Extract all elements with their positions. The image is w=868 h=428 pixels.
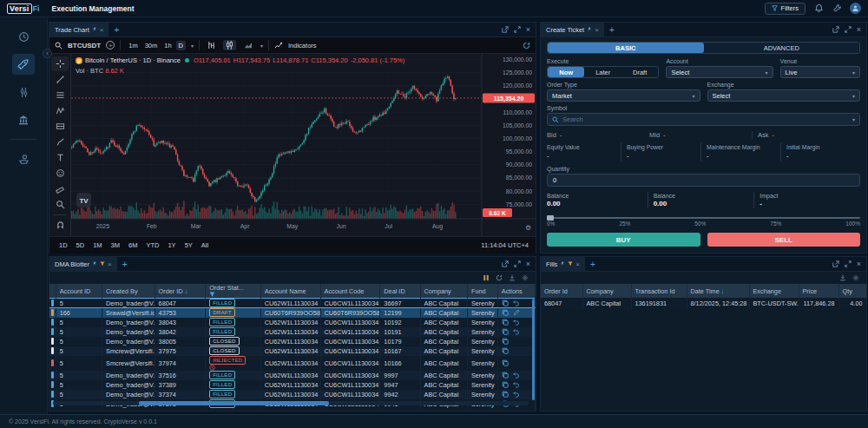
undo-action-icon[interactable] bbox=[513, 319, 520, 326]
filter-active-icon[interactable] bbox=[568, 261, 573, 267]
close-panel-icon[interactable]: × bbox=[526, 260, 530, 268]
blotter-row[interactable]: 5Smcrew@Versifi.io37974REJECTED CU62W1L1… bbox=[49, 356, 536, 371]
execute-option-draft[interactable]: Draft bbox=[621, 67, 658, 77]
range-6m[interactable]: 6M bbox=[126, 240, 140, 250]
popout-icon[interactable] bbox=[832, 260, 839, 267]
measure-tool-icon[interactable] bbox=[51, 181, 69, 196]
timeframe-1h[interactable]: 1h bbox=[161, 41, 174, 50]
close-tab-icon[interactable]: × bbox=[100, 26, 104, 34]
settings-gear-icon[interactable] bbox=[852, 274, 859, 281]
user-avatar[interactable] bbox=[850, 3, 861, 14]
copy-action-icon[interactable] bbox=[502, 359, 509, 366]
timeframe-1m[interactable]: 1m bbox=[126, 41, 140, 50]
close-panel-icon[interactable]: × bbox=[857, 26, 861, 34]
blotter-col-order-stat-[interactable]: Order Stat... bbox=[206, 284, 261, 299]
blotter-row[interactable]: 5Smcrew@Versifi.io37975CLOSEDCU62W1L1130… bbox=[49, 346, 536, 356]
magnet-tool-icon[interactable] bbox=[51, 218, 69, 233]
compare-add-icon[interactable]: + bbox=[106, 41, 115, 49]
order-type-select[interactable]: Market▾ bbox=[547, 89, 700, 102]
blotter-col-account-code[interactable]: Account Code bbox=[320, 284, 380, 299]
export-icon[interactable] bbox=[509, 274, 516, 281]
blotter-row[interactable]: 5Demo_trader@V...68047FILLEDCU62W1L11300… bbox=[49, 299, 536, 308]
export-icon[interactable] bbox=[839, 274, 846, 281]
area-style-icon[interactable] bbox=[241, 41, 255, 50]
blotter-col-order-id[interactable]: Order ID ↓ bbox=[155, 284, 206, 299]
sidebar-item-execution[interactable] bbox=[12, 54, 35, 75]
blotter-row[interactable]: 5Demo_trader@V...37516FILLEDCU62W1L11300… bbox=[49, 371, 536, 380]
blotter-horizontal-scrollbar[interactable] bbox=[53, 401, 529, 405]
chart-symbol[interactable]: BTCUSDT bbox=[68, 42, 101, 49]
blotter-row[interactable]: 5Demo_trader@V...37389FILLEDCU62W1L11300… bbox=[49, 380, 536, 390]
range-ytd[interactable]: YTD bbox=[143, 240, 161, 250]
slider-handle[interactable] bbox=[547, 215, 554, 221]
blotter-row[interactable]: 5Demo_trader@V...37374FILLEDCU62W1L11300… bbox=[49, 390, 536, 399]
blotter-row[interactable]: 5Demo_trader@V...38005CLOSEDCU62W1L11300… bbox=[49, 337, 536, 346]
sell-button[interactable]: SELL bbox=[707, 233, 861, 247]
symbol-search-icon[interactable] bbox=[55, 42, 62, 49]
maximize-icon[interactable] bbox=[514, 260, 521, 267]
chart-refresh-icon[interactable] bbox=[523, 42, 530, 49]
add-tab-button[interactable]: + bbox=[605, 23, 619, 36]
crosshair-tool-icon[interactable] bbox=[51, 56, 69, 71]
popout-icon[interactable] bbox=[832, 26, 839, 33]
trendline-tool-icon[interactable] bbox=[51, 72, 69, 87]
sidebar-item-payments[interactable] bbox=[12, 148, 35, 169]
fills-col-order-id[interactable]: Order Id bbox=[541, 284, 582, 298]
undo-action-icon[interactable] bbox=[513, 300, 520, 306]
sidebar-collapse-button[interactable]: ‹ bbox=[43, 49, 52, 58]
tab-fills[interactable]: Fills × bbox=[541, 257, 586, 271]
style-chevron-icon[interactable]: ▾ bbox=[260, 43, 263, 49]
undo-action-icon[interactable] bbox=[513, 328, 520, 335]
range-all[interactable]: All bbox=[199, 240, 211, 250]
buy-button[interactable]: BUY bbox=[547, 233, 700, 247]
fills-row[interactable]: 68047ABC Capital1361918318/12/2025, 12:4… bbox=[541, 298, 866, 309]
timeframe-D[interactable]: D bbox=[176, 41, 186, 50]
quantity-input[interactable]: 0 bbox=[547, 174, 860, 187]
blotter-col-created-by[interactable]: Created By bbox=[102, 284, 155, 299]
execute-option-later[interactable]: Later bbox=[584, 67, 621, 77]
maximize-icon[interactable] bbox=[514, 26, 521, 33]
notifications-bell-icon[interactable] bbox=[813, 3, 824, 14]
popout-icon[interactable] bbox=[502, 260, 509, 267]
fib-tool-icon[interactable] bbox=[51, 88, 69, 102]
add-tab-button[interactable]: + bbox=[109, 23, 123, 36]
timeframe-chevron-icon[interactable]: ▾ bbox=[191, 43, 194, 49]
tab-create-ticket[interactable]: Create Ticket × bbox=[541, 23, 605, 36]
tab-trade-chart[interactable]: Trade Chart × bbox=[49, 23, 109, 36]
blotter-col-deal-id[interactable]: Deal ID bbox=[380, 284, 420, 299]
blotter-col-company[interactable]: Company bbox=[420, 284, 467, 299]
text-tool-icon[interactable] bbox=[51, 150, 69, 165]
close-tab-icon[interactable]: × bbox=[595, 26, 599, 34]
blotter-col-account-id[interactable]: Account ID bbox=[56, 284, 102, 299]
position-tool-icon[interactable] bbox=[51, 119, 69, 134]
refresh-icon[interactable] bbox=[496, 274, 503, 281]
account-select[interactable]: Select▾ bbox=[666, 66, 773, 78]
close-tab-icon[interactable]: × bbox=[575, 260, 580, 268]
exchange-select[interactable]: Select▾ bbox=[707, 89, 861, 102]
blotter-vertical-scrollbar[interactable] bbox=[532, 299, 535, 400]
symbol-search-input[interactable]: Search ▾ bbox=[547, 113, 860, 126]
fills-col-exchange[interactable]: Exchange bbox=[749, 284, 799, 298]
fills-col-date-time[interactable]: Date Time ↓ bbox=[687, 284, 749, 298]
chart-settings-gear-icon[interactable]: ⚙ bbox=[525, 224, 531, 232]
mode-tab-basic[interactable]: BASIC bbox=[548, 43, 704, 53]
venue-select[interactable]: Live▾ bbox=[780, 66, 860, 78]
bar-style-icon[interactable] bbox=[205, 40, 218, 50]
fills-col-price[interactable]: Price bbox=[799, 284, 838, 298]
close-tab-icon[interactable]: × bbox=[108, 260, 112, 268]
sidebar-item-markets[interactable] bbox=[12, 82, 35, 102]
emoji-tool-icon[interactable] bbox=[51, 166, 69, 181]
blotter-col-actions[interactable]: Actions bbox=[497, 284, 535, 299]
candlestick-chart[interactable]: 130,000.00125,000.00120,000.00110,000.00… bbox=[71, 54, 536, 236]
close-panel-icon[interactable]: × bbox=[526, 26, 530, 34]
maximize-icon[interactable] bbox=[845, 260, 852, 267]
copy-action-icon[interactable] bbox=[502, 347, 509, 354]
maximize-icon[interactable] bbox=[845, 26, 852, 33]
scrollbar-thumb[interactable] bbox=[139, 401, 329, 405]
fills-col-transaction-id[interactable]: Transaction Id bbox=[631, 284, 687, 298]
copy-action-icon[interactable] bbox=[502, 338, 509, 345]
copy-action-icon[interactable] bbox=[502, 391, 509, 398]
edit-action-icon[interactable] bbox=[513, 309, 520, 316]
indicators-label[interactable]: Indicators bbox=[288, 42, 317, 49]
fills-col-company[interactable]: Company bbox=[582, 284, 631, 298]
